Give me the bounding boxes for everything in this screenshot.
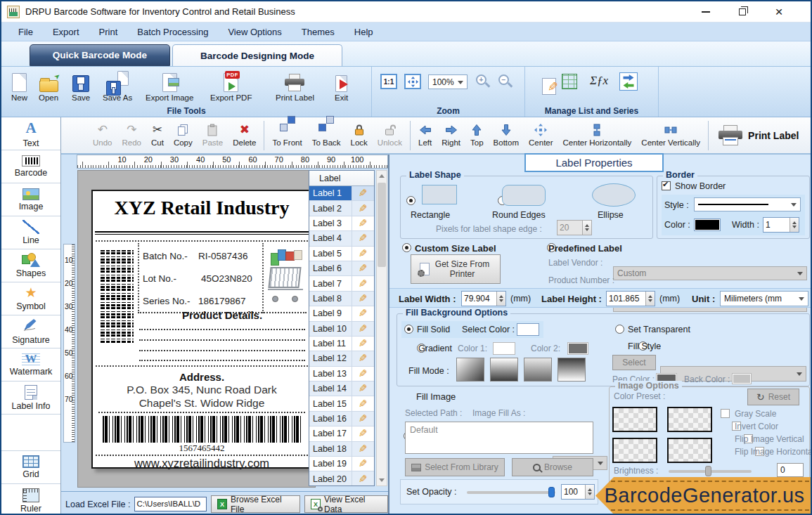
edit-label-button[interactable]: ✎: [352, 351, 374, 365]
edit-label-button[interactable]: ✎: [352, 426, 374, 441]
sidebar-item-shapes[interactable]: Shapes: [1, 249, 60, 282]
transfer-series-button[interactable]: [619, 72, 638, 91]
product-details-heading[interactable]: Product Details.: [136, 309, 308, 321]
label-list-row[interactable]: Label 18 ✎: [309, 442, 374, 457]
center-button[interactable]: Center: [524, 119, 558, 152]
opacity-slider-thumb[interactable]: [548, 487, 555, 497]
custom-size-radio[interactable]: [402, 243, 411, 252]
menu-item[interactable]: Export: [43, 24, 89, 40]
lot-label[interactable]: Lot No.-: [143, 273, 176, 284]
show-border-checkbox[interactable]: [662, 181, 671, 190]
edit-label-button[interactable]: ✎: [352, 457, 374, 471]
sidebar-item-watermark[interactable]: WWatermark: [1, 348, 60, 382]
redo-button[interactable]: ↷Redo: [117, 119, 147, 152]
exit-button[interactable]: Exit: [335, 70, 348, 102]
label-title[interactable]: XYZ Retail Industry: [93, 197, 311, 219]
edit-label-button[interactable]: ✎: [352, 201, 374, 215]
minimize-button[interactable]: [700, 6, 712, 18]
edit-label-button[interactable]: ✎: [352, 396, 374, 410]
menu-item[interactable]: Print: [89, 24, 128, 40]
edit-label-button[interactable]: ✎: [352, 247, 374, 261]
label-list-row[interactable]: Label 15 ✎: [309, 396, 374, 411]
batch-label[interactable]: Batch No.-: [143, 251, 188, 261]
edit-label-button[interactable]: ✎: [352, 186, 374, 200]
opacity-spinner[interactable]: 100: [561, 484, 595, 500]
menu-item[interactable]: Help: [344, 24, 383, 40]
paste-button[interactable]: Paste: [198, 119, 228, 152]
to-back-button[interactable]: To Back: [307, 119, 346, 152]
select-style-button[interactable]: Select: [612, 355, 656, 370]
print-label-ribbon-button[interactable]: Print Label: [276, 70, 314, 102]
to-front-button[interactable]: To Front: [267, 119, 307, 152]
tab-barcode-designing-mode[interactable]: Barcode Designing Mode: [172, 44, 342, 66]
fill-mode-diagonal-icon[interactable]: [456, 358, 484, 382]
label-list-row[interactable]: Label 14 ✎: [309, 382, 374, 396]
address-heading[interactable]: Address.: [93, 371, 311, 383]
formula-button[interactable]: Σƒx: [590, 74, 608, 88]
excel-series-button[interactable]: [562, 74, 577, 92]
label-list-row[interactable]: Label 12 ✎: [309, 351, 374, 366]
zoom-fit-button[interactable]: [404, 74, 421, 89]
label-list-row[interactable]: Label 5 ✎: [309, 247, 374, 261]
border-width-spinner[interactable]: 1: [763, 217, 799, 233]
edit-label-button[interactable]: ✎: [352, 337, 374, 351]
address-line-1[interactable]: P.O. Box 345, Nunc Road Dark: [93, 384, 311, 396]
website-text[interactable]: www.xyzretailindustry.com: [93, 457, 311, 470]
edit-label-button[interactable]: ✎: [352, 412, 374, 426]
export-image-button[interactable]: Export Image: [146, 70, 193, 102]
sidebar-item-grid[interactable]: Grid: [1, 451, 60, 484]
rectangle-radio[interactable]: [406, 196, 415, 205]
copy-button[interactable]: Copy: [169, 119, 198, 152]
sidebar-item-line[interactable]: Line: [1, 216, 60, 249]
brightness-slider-thumb[interactable]: [705, 466, 711, 476]
series-value[interactable]: 186179867: [198, 296, 246, 306]
back-color-swatch[interactable]: [732, 373, 752, 384]
sidebar-item-label-info[interactable]: Label Info: [1, 382, 60, 415]
gray-scale-checkbox[interactable]: [721, 409, 730, 418]
lock-button[interactable]: Lock: [346, 119, 373, 152]
center-horizontally-button[interactable]: Center Horizontally: [558, 119, 637, 152]
print-label-button[interactable]: Print Label: [711, 125, 799, 146]
zoom-level-dropdown[interactable]: 100%: [428, 74, 468, 89]
series-label[interactable]: Series No.-: [143, 296, 191, 306]
label-list-scrollbar[interactable]: [376, 170, 387, 486]
color-preset-swatch[interactable]: [612, 438, 657, 463]
menu-item[interactable]: View Options: [218, 24, 291, 40]
save-button[interactable]: Save: [72, 70, 90, 102]
label-list-row[interactable]: Label 10 ✎: [309, 322, 374, 337]
edit-label-button[interactable]: ✎: [352, 276, 374, 290]
fill-mode-inverse-icon[interactable]: [558, 358, 586, 382]
border-color-swatch[interactable]: [694, 219, 721, 231]
unlock-button[interactable]: Unlock: [373, 119, 407, 152]
export-pdf-button[interactable]: PDFExport PDF: [210, 70, 252, 102]
unit-dropdown[interactable]: Milimeters (mm: [720, 291, 808, 306]
opacity-slider[interactable]: [467, 491, 555, 494]
align-top-button[interactable]: Top: [465, 119, 489, 152]
zoom-out-button[interactable]: −: [498, 74, 509, 85]
edit-label-button[interactable]: ✎: [352, 292, 374, 306]
undo-button[interactable]: ↶Undo: [88, 119, 117, 152]
scroll-down-icon[interactable]: [377, 475, 387, 485]
label-list-row[interactable]: Label 8 ✎: [309, 292, 374, 306]
restore-button[interactable]: [736, 6, 749, 18]
brightness-value[interactable]: 0: [777, 463, 804, 477]
sidebar-item-symbol[interactable]: ★Symbol: [1, 282, 60, 315]
label-list-row[interactable]: Label 6 ✎: [309, 261, 374, 276]
brightness-slider[interactable]: [669, 470, 752, 473]
label-page[interactable]: XYZ Retail Industry Batch No.- RI-058743…: [77, 170, 316, 488]
label-list-row[interactable]: Label 11 ✎: [309, 337, 374, 351]
color-preset-swatch[interactable]: [667, 407, 712, 432]
align-right-button[interactable]: Right: [437, 119, 465, 152]
edit-label-button[interactable]: ✎: [352, 216, 374, 230]
align-left-button[interactable]: Left: [413, 119, 437, 152]
barcode-number[interactable]: 1567465442: [93, 443, 311, 454]
edit-label-button[interactable]: ✎: [352, 471, 374, 485]
label-list-row[interactable]: Label 9 ✎: [309, 306, 374, 321]
browse-button[interactable]: Browse: [512, 458, 593, 476]
batch-value[interactable]: RI-0587436: [198, 251, 248, 261]
label-height-spinner[interactable]: 101.865: [606, 291, 655, 306]
excel-path-input[interactable]: C:\Users\IBALL\D: [134, 497, 206, 511]
delete-button[interactable]: ✖Delete: [228, 119, 261, 152]
view-excel-button[interactable]: XView Excel Data: [304, 495, 388, 513]
color2-swatch[interactable]: [567, 342, 588, 355]
